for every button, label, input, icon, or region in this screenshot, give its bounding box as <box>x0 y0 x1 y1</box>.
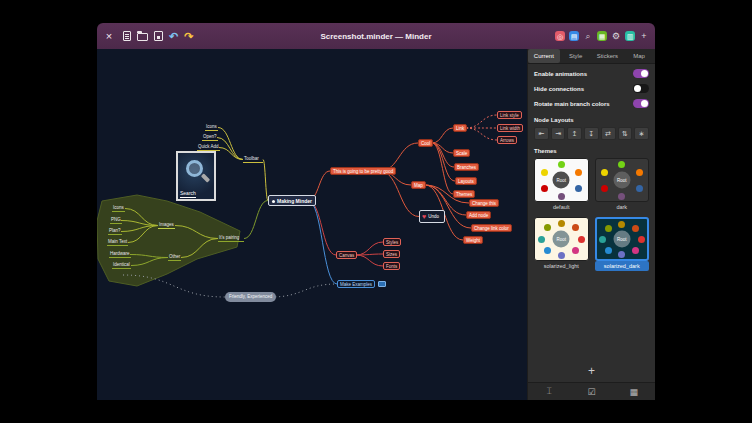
theme-card-solarized_light[interactable]: Root <box>534 217 589 261</box>
map-node-canvasn[interactable]: Canvas <box>336 251 357 259</box>
toggle-enable-animations[interactable] <box>633 69 649 78</box>
tab-style[interactable]: Style <box>560 49 592 63</box>
minder-window: × ↶ ↷ Screenshot.minder — Minder ◎▤⌕▦⚙▥+… <box>97 23 655 400</box>
bottom-tool-2[interactable]: ▦ <box>622 387 646 397</box>
map-node-r2[interactable]: Link width <box>497 124 523 132</box>
map-node-t2[interactable]: Open? <box>202 134 218 141</box>
theme-dot <box>601 169 608 176</box>
theme-label-solarized_dark: solarized_dark <box>595 261 650 271</box>
redo-icon[interactable]: ↷ <box>184 31 193 42</box>
new-map-icon[interactable]: + <box>639 31 649 41</box>
bottom-tool-0[interactable]: ⌶ <box>537 386 561 397</box>
theme-dot <box>636 185 643 192</box>
theme-dot <box>558 193 565 200</box>
map-node-cool[interactable]: Cool <box>418 139 433 147</box>
open-folder-icon[interactable] <box>137 33 148 41</box>
theme-dot <box>618 251 625 258</box>
map-node-pair[interactable]: It's pairing <box>218 235 244 242</box>
map-node-g6[interactable]: Identical <box>112 262 131 269</box>
settings-gear-icon[interactable]: ⚙ <box>611 31 621 41</box>
theme-card-dark[interactable]: Root <box>595 158 650 202</box>
tab-map[interactable]: Map <box>623 49 655 63</box>
export-icon[interactable]: ▥ <box>625 31 635 41</box>
bottom-tool-1[interactable]: ☑ <box>579 387 603 397</box>
map-node-images[interactable]: Images <box>158 222 175 229</box>
map-node-undo[interactable]: ♥Undo <box>419 210 445 223</box>
map-node-g4[interactable]: Main Text <box>107 239 128 246</box>
node-layout-button-5[interactable]: ⇅ <box>618 127 633 140</box>
node-layout-button-6[interactable]: ∗ <box>634 127 649 140</box>
zoom-icon[interactable]: ⌕ <box>583 31 593 41</box>
map-node-scale[interactable]: Scale <box>453 149 470 157</box>
mindmap-canvas[interactable]: IconsOpen?Quick AddToolbarMaking MinderS… <box>97 49 527 400</box>
theme-solarized_dark[interactable]: Rootsolarized_dark <box>595 217 650 271</box>
map-node-branches[interactable]: Branches <box>454 163 479 171</box>
map-node-r3[interactable]: Arrows <box>497 136 517 144</box>
node-layout-button-0[interactable]: ⇤ <box>534 127 549 140</box>
map-node-m3[interactable]: Change link color <box>471 224 512 232</box>
save-icon[interactable] <box>154 31 163 41</box>
theme-label-default: default <box>534 202 589 212</box>
map-node-r1[interactable]: Link style <box>497 111 522 119</box>
map-node-g1[interactable]: Icons <box>112 205 125 212</box>
theme-solarized_light[interactable]: Rootsolarized_light <box>534 217 589 271</box>
node-layout-button-1[interactable]: ⇥ <box>551 127 566 140</box>
theme-dot <box>605 225 612 232</box>
map-node-m1[interactable]: Change this <box>469 199 499 207</box>
toggle-hide-connections[interactable] <box>633 84 649 93</box>
theme-root-node: Root <box>613 231 630 248</box>
map-node-m2[interactable]: Add node <box>466 211 491 219</box>
theme-root-node: Root <box>613 172 630 189</box>
theme-dot <box>636 169 643 176</box>
theme-card-solarized_dark[interactable]: Root <box>595 217 650 261</box>
quick-entry-icon[interactable]: ▤ <box>569 31 579 41</box>
map-node-searchimg[interactable]: Search <box>176 151 216 201</box>
titlebar: × ↶ ↷ Screenshot.minder — Minder ◎▤⌕▦⚙▥+ <box>97 23 655 49</box>
map-node-g3[interactable]: Plan? <box>108 228 122 235</box>
map-node-g2[interactable]: PNG <box>110 217 122 224</box>
tab-stickers[interactable]: Stickers <box>592 49 624 63</box>
map-node-link[interactable]: Link <box>453 124 467 132</box>
theme-dot <box>618 193 625 200</box>
sidebar-body: Enable animationsHide connectionsRotate … <box>528 64 655 382</box>
node-layout-button-4[interactable]: ⇄ <box>601 127 616 140</box>
theme-card-default[interactable]: Root <box>534 158 589 202</box>
map-node-layouts[interactable]: Layouts <box>455 177 477 185</box>
theme-label-solarized_light: solarized_light <box>534 261 589 271</box>
theme-label-dark: dark <box>595 202 650 212</box>
desktop-background: × ↶ ↷ Screenshot.minder — Minder ◎▤⌕▦⚙▥+… <box>0 0 752 423</box>
properties-sidebar: CurrentStyleStickersMap Enable animation… <box>527 49 655 400</box>
new-document-icon[interactable] <box>123 31 131 41</box>
map-node-c2[interactable]: Sizes <box>383 250 400 258</box>
map-node-t1[interactable]: Icons <box>205 124 218 131</box>
map-node-other[interactable]: Other <box>168 254 181 261</box>
map-node-mapn[interactable]: Map <box>411 181 426 189</box>
node-layout-button-3[interactable]: ↧ <box>584 127 599 140</box>
map-node-linkicon[interactable] <box>378 281 386 287</box>
map-node-g5[interactable]: Hardware <box>109 251 131 258</box>
toggle-rotate-main-branch-colors[interactable] <box>633 99 649 108</box>
close-button[interactable]: × <box>103 30 115 42</box>
map-overview-icon[interactable]: ▦ <box>597 31 607 41</box>
map-node-t3[interactable]: Quick Add <box>197 144 220 151</box>
map-node-m4[interactable]: Weight <box>463 236 483 244</box>
map-node-c1[interactable]: Styles <box>383 238 401 246</box>
map-node-center[interactable]: Making Minder <box>268 195 316 206</box>
map-node-pill[interactable]: Friendly, Experienced <box>225 292 276 302</box>
node-layout-button-2[interactable]: ↥ <box>567 127 582 140</box>
theme-default[interactable]: Rootdefault <box>534 158 589 212</box>
theme-dark[interactable]: Rootdark <box>595 158 650 212</box>
map-node-themes[interactable]: Themes <box>453 190 475 198</box>
theme-dot <box>632 247 639 254</box>
map-node-examples[interactable]: Make Examples <box>337 280 375 288</box>
map-node-c3[interactable]: Fonts <box>383 262 400 270</box>
undo-icon[interactable]: ↶ <box>169 31 178 42</box>
map-node-main[interactable]: This is going to be pretty good <box>330 167 396 175</box>
tab-current[interactable]: Current <box>528 49 560 63</box>
focus-mode-icon[interactable]: ◎ <box>555 31 565 41</box>
toolbar-left: ↶ ↷ <box>123 31 193 42</box>
map-node-toolbar[interactable]: Toolbar <box>243 156 263 163</box>
themes-title: Themes <box>534 148 649 154</box>
theme-dot <box>572 247 579 254</box>
add-theme-button[interactable]: + <box>534 361 649 382</box>
